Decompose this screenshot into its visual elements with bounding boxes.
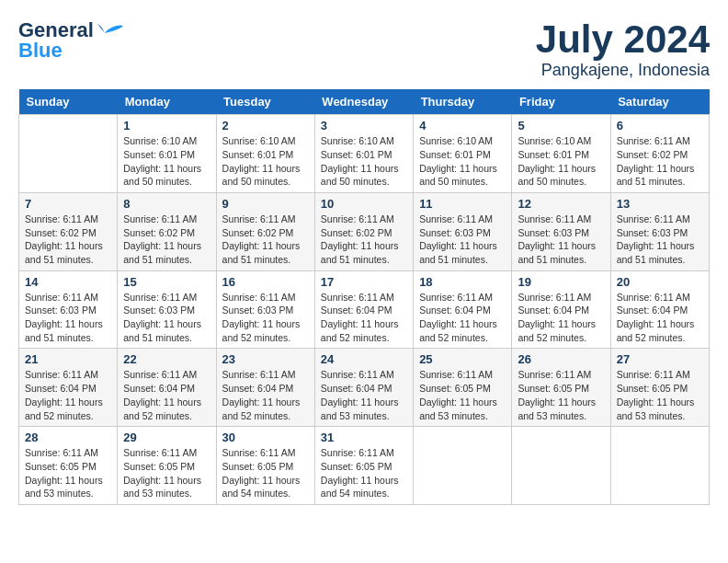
day-info: Sunrise: 6:11 AM Sunset: 6:05 PM Dayligh… [518, 368, 604, 422]
calendar-cell: 3Sunrise: 6:10 AM Sunset: 6:01 PM Daylig… [314, 115, 413, 193]
day-number: 29 [123, 431, 210, 444]
day-number: 22 [123, 352, 210, 366]
calendar-cell: 11Sunrise: 6:11 AM Sunset: 6:03 PM Dayli… [414, 192, 512, 270]
calendar-cell: 29Sunrise: 6:11 AM Sunset: 6:05 PM Dayli… [118, 427, 216, 505]
week-row-2: 14Sunrise: 6:11 AM Sunset: 6:03 PM Dayli… [19, 270, 710, 349]
weekday-header-sunday: Sunday [19, 89, 118, 115]
day-number: 21 [25, 352, 111, 366]
day-number: 23 [222, 352, 309, 366]
day-info: Sunrise: 6:11 AM Sunset: 6:04 PM Dayligh… [518, 291, 604, 345]
day-info: Sunrise: 6:11 AM Sunset: 6:03 PM Dayligh… [222, 291, 309, 345]
calendar-cell: 1Sunrise: 6:10 AM Sunset: 6:01 PM Daylig… [118, 115, 216, 193]
week-row-4: 28Sunrise: 6:11 AM Sunset: 6:05 PM Dayli… [19, 427, 710, 505]
calendar-cell: 8Sunrise: 6:11 AM Sunset: 6:02 PM Daylig… [118, 192, 216, 270]
weekday-header-friday: Friday [512, 89, 610, 115]
day-number: 20 [617, 275, 703, 289]
weekday-header-thursday: Thursday [414, 89, 512, 115]
calendar-table: SundayMondayTuesdayWednesdayThursdayFrid… [18, 89, 710, 505]
logo-blue: Blue [18, 39, 63, 63]
calendar-cell [19, 115, 118, 193]
calendar-cell: 4Sunrise: 6:10 AM Sunset: 6:01 PM Daylig… [414, 115, 512, 193]
day-number: 11 [419, 197, 506, 211]
calendar-cell [414, 427, 512, 505]
week-row-3: 21Sunrise: 6:11 AM Sunset: 6:04 PM Dayli… [19, 349, 710, 427]
calendar-cell: 6Sunrise: 6:11 AM Sunset: 6:02 PM Daylig… [610, 115, 709, 193]
day-number: 2 [222, 119, 309, 132]
day-number: 30 [222, 431, 309, 444]
day-number: 15 [123, 275, 210, 289]
day-number: 6 [617, 119, 703, 132]
calendar-body: 1Sunrise: 6:10 AM Sunset: 6:01 PM Daylig… [19, 115, 710, 505]
day-info: Sunrise: 6:10 AM Sunset: 6:01 PM Dayligh… [321, 134, 407, 189]
day-number: 1 [123, 119, 210, 132]
day-number: 7 [25, 197, 111, 211]
day-number: 19 [518, 275, 604, 289]
weekday-header-row: SundayMondayTuesdayWednesdayThursdayFrid… [19, 89, 710, 115]
calendar-cell: 15Sunrise: 6:11 AM Sunset: 6:03 PM Dayli… [118, 270, 216, 349]
calendar-cell: 25Sunrise: 6:11 AM Sunset: 6:05 PM Dayli… [414, 349, 512, 427]
day-number: 25 [419, 352, 506, 366]
day-info: Sunrise: 6:11 AM Sunset: 6:04 PM Dayligh… [25, 368, 111, 422]
day-info: Sunrise: 6:11 AM Sunset: 6:04 PM Dayligh… [617, 291, 703, 345]
day-number: 9 [222, 197, 309, 211]
day-info: Sunrise: 6:11 AM Sunset: 6:05 PM Dayligh… [123, 446, 210, 500]
calendar-cell: 2Sunrise: 6:10 AM Sunset: 6:01 PM Daylig… [216, 115, 314, 193]
day-number: 8 [123, 197, 210, 211]
day-number: 17 [321, 275, 407, 289]
day-info: Sunrise: 6:11 AM Sunset: 6:02 PM Dayligh… [123, 213, 210, 267]
calendar-cell: 5Sunrise: 6:10 AM Sunset: 6:01 PM Daylig… [512, 115, 610, 193]
calendar-cell: 10Sunrise: 6:11 AM Sunset: 6:02 PM Dayli… [314, 192, 413, 270]
page-header: General Blue July 2024 Pangkajene, Indon… [18, 18, 710, 80]
day-info: Sunrise: 6:11 AM Sunset: 6:05 PM Dayligh… [321, 446, 407, 500]
logo: General Blue [18, 18, 125, 63]
day-info: Sunrise: 6:10 AM Sunset: 6:01 PM Dayligh… [222, 134, 309, 189]
day-info: Sunrise: 6:11 AM Sunset: 6:05 PM Dayligh… [617, 368, 703, 422]
day-number: 28 [25, 431, 111, 444]
day-info: Sunrise: 6:11 AM Sunset: 6:03 PM Dayligh… [419, 213, 506, 267]
day-number: 3 [321, 119, 407, 132]
week-row-1: 7Sunrise: 6:11 AM Sunset: 6:02 PM Daylig… [19, 192, 710, 270]
day-info: Sunrise: 6:11 AM Sunset: 6:04 PM Dayligh… [321, 291, 407, 345]
day-info: Sunrise: 6:10 AM Sunset: 6:01 PM Dayligh… [518, 134, 604, 189]
calendar-cell: 19Sunrise: 6:11 AM Sunset: 6:04 PM Dayli… [512, 270, 610, 349]
day-info: Sunrise: 6:11 AM Sunset: 6:04 PM Dayligh… [123, 368, 210, 422]
day-number: 5 [518, 119, 604, 132]
day-info: Sunrise: 6:11 AM Sunset: 6:03 PM Dayligh… [617, 213, 703, 267]
day-number: 12 [518, 197, 604, 211]
day-info: Sunrise: 6:10 AM Sunset: 6:01 PM Dayligh… [123, 134, 210, 189]
calendar-cell: 14Sunrise: 6:11 AM Sunset: 6:03 PM Dayli… [19, 270, 118, 349]
calendar-cell: 17Sunrise: 6:11 AM Sunset: 6:04 PM Dayli… [314, 270, 413, 349]
day-info: Sunrise: 6:11 AM Sunset: 6:05 PM Dayligh… [222, 446, 309, 500]
calendar-cell: 20Sunrise: 6:11 AM Sunset: 6:04 PM Dayli… [610, 270, 709, 349]
calendar-cell: 31Sunrise: 6:11 AM Sunset: 6:05 PM Dayli… [314, 427, 413, 505]
weekday-header-monday: Monday [118, 89, 216, 115]
day-info: Sunrise: 6:11 AM Sunset: 6:02 PM Dayligh… [321, 213, 407, 267]
day-number: 18 [419, 275, 506, 289]
weekday-header-wednesday: Wednesday [314, 89, 413, 115]
calendar-cell: 22Sunrise: 6:11 AM Sunset: 6:04 PM Dayli… [118, 349, 216, 427]
calendar-cell: 24Sunrise: 6:11 AM Sunset: 6:04 PM Dayli… [314, 349, 413, 427]
day-info: Sunrise: 6:11 AM Sunset: 6:05 PM Dayligh… [419, 368, 506, 422]
day-info: Sunrise: 6:11 AM Sunset: 6:04 PM Dayligh… [222, 368, 309, 422]
day-info: Sunrise: 6:11 AM Sunset: 6:04 PM Dayligh… [419, 291, 506, 345]
calendar-cell: 7Sunrise: 6:11 AM Sunset: 6:02 PM Daylig… [19, 192, 118, 270]
day-info: Sunrise: 6:11 AM Sunset: 6:03 PM Dayligh… [518, 213, 604, 267]
day-info: Sunrise: 6:11 AM Sunset: 6:02 PM Dayligh… [25, 213, 111, 267]
location-title: Pangkajene, Indonesia [536, 61, 710, 80]
calendar-cell: 13Sunrise: 6:11 AM Sunset: 6:03 PM Dayli… [610, 192, 709, 270]
day-number: 26 [518, 352, 604, 366]
day-info: Sunrise: 6:11 AM Sunset: 6:03 PM Dayligh… [25, 291, 111, 345]
month-title: July 2024 [536, 18, 710, 61]
day-number: 24 [321, 352, 407, 366]
day-number: 4 [419, 119, 506, 132]
calendar-cell: 12Sunrise: 6:11 AM Sunset: 6:03 PM Dayli… [512, 192, 610, 270]
day-number: 27 [617, 352, 703, 366]
calendar-cell: 18Sunrise: 6:11 AM Sunset: 6:04 PM Dayli… [414, 270, 512, 349]
day-number: 31 [321, 431, 407, 444]
calendar-cell: 21Sunrise: 6:11 AM Sunset: 6:04 PM Dayli… [19, 349, 118, 427]
calendar-cell: 9Sunrise: 6:11 AM Sunset: 6:02 PM Daylig… [216, 192, 314, 270]
weekday-header-saturday: Saturday [610, 89, 709, 115]
calendar-cell: 26Sunrise: 6:11 AM Sunset: 6:05 PM Dayli… [512, 349, 610, 427]
calendar-cell [512, 427, 610, 505]
day-number: 13 [617, 197, 703, 211]
